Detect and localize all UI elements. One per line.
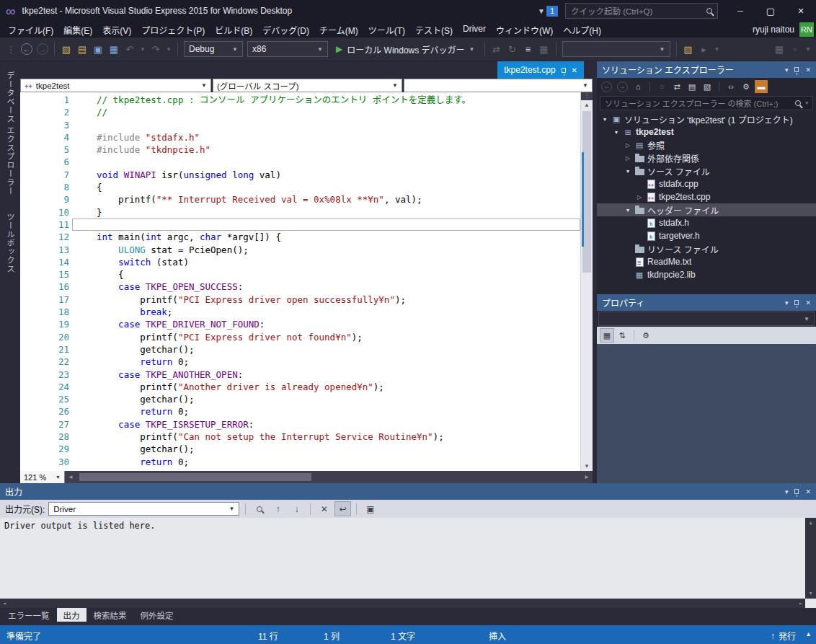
scroll-left-icon[interactable]: ◄ (3, 601, 6, 606)
user-avatar[interactable]: RN (799, 22, 814, 37)
code-line[interactable]: 28 printf("Can not setup the Interrupt S… (20, 431, 580, 443)
code-editor[interactable]: 1// tkpe2test.cpp : コンソール アプリケーションのエントリ … (20, 92, 593, 471)
home-icon[interactable]: ⌂ (631, 80, 644, 93)
solution-platforms-dropdown[interactable]: x86 ▼ (247, 41, 328, 57)
attach-icon[interactable]: ▦ (537, 42, 551, 56)
zoom-dropdown[interactable]: 121 % ▼ (20, 471, 65, 483)
sync-icon[interactable]: ⇄ (489, 42, 504, 56)
close-panel-icon[interactable]: ✕ (805, 66, 811, 74)
code-line[interactable]: 25 getchar(); (20, 393, 580, 405)
code-line[interactable]: 29 getchar(); (20, 443, 580, 455)
menu-item[interactable]: ファイル(F) (3, 22, 58, 38)
tree-item[interactable]: ▾▣ソリューション 'tkpe2test' (1 プロジェクト) (597, 113, 816, 125)
user-name[interactable]: ryuji naitou (753, 25, 794, 35)
notification-badge[interactable]: 1 (546, 6, 558, 17)
code-navigate-icon[interactable]: ≡ (521, 42, 536, 56)
scroll-right-icon[interactable]: ► (581, 474, 593, 480)
preview-icon[interactable]: ▫ (788, 42, 802, 56)
menu-item[interactable]: プロジェクト(P) (136, 22, 210, 38)
code-line[interactable]: 4#include "stdafx.h" (20, 131, 580, 144)
code-line[interactable]: 17 printf("PCI Express driver open succe… (20, 294, 580, 306)
properties-icon[interactable]: ⚙ (740, 80, 753, 93)
navigate-forward-icon[interactable]: → (617, 81, 628, 92)
output-horizontal-scrollbar[interactable]: ◄ ► (0, 599, 805, 608)
scroll-down-icon[interactable]: ▼ (581, 462, 593, 471)
splitter-gripper[interactable]: ⋮ (581, 92, 593, 100)
categorized-icon[interactable]: ▦ (600, 329, 613, 342)
navigate-backward-icon[interactable]: ← (601, 81, 612, 92)
code-line[interactable]: 30 return 0; (20, 456, 580, 468)
preview-selected-item-icon[interactable]: ▬ (755, 80, 768, 93)
properties-header[interactable]: プロパティ ▾ ✕ (597, 294, 816, 311)
go-to-previous-message-icon[interactable]: ↑ (270, 502, 285, 516)
chevron-collapsed-icon[interactable]: ▷ (623, 142, 633, 149)
chevron-collapsed-icon[interactable]: ▷ (634, 194, 644, 200)
code-line[interactable]: 27 case TKPE_ISRSETUP_ERROR: (20, 418, 580, 431)
tree-item[interactable]: htargetver.h (597, 229, 816, 242)
code-line[interactable]: 3 (20, 119, 580, 131)
code-line[interactable]: 2// (20, 106, 580, 118)
solution-explorer-header[interactable]: ソリューション エクスプローラー ▾ ✕ (597, 61, 816, 78)
chevron-expanded-icon[interactable]: ▾ (611, 129, 621, 136)
scroll-right-icon[interactable]: ► (799, 601, 802, 606)
menu-item[interactable]: ツール(T) (363, 22, 410, 38)
publish-button[interactable]: ↑ 発行 (771, 630, 796, 642)
panel-tab[interactable]: エラー一覧 (1, 608, 56, 622)
code-line[interactable]: 10} (20, 206, 580, 219)
property-pages-icon[interactable]: ⚙ (639, 329, 652, 342)
menu-item[interactable]: 表示(V) (97, 22, 136, 38)
find-combobox[interactable]: ▼ (562, 41, 670, 57)
pin-icon[interactable] (794, 489, 799, 494)
window-position-icon[interactable]: ▾ (785, 488, 789, 495)
pin-icon[interactable] (562, 68, 566, 73)
code-line[interactable]: 23 case TKPE_ANOTHER_OPEN: (20, 369, 580, 381)
chevron-collapsed-icon[interactable]: ▷ (623, 155, 633, 162)
start-debugging-button[interactable]: ▶ ローカル Windows デバッガー ▼ (331, 40, 480, 58)
menu-item[interactable]: デバッグ(D) (257, 22, 314, 38)
tree-item[interactable]: ≡ReadMe.txt (597, 255, 816, 268)
close-panel-icon[interactable]: ✕ (805, 488, 811, 495)
navigate-to-icon[interactable]: ▸ (697, 42, 711, 56)
navigate-backward-icon[interactable]: ← (21, 43, 32, 55)
add-item-icon[interactable]: ▤ (75, 42, 89, 56)
code-line[interactable]: 15 { (20, 268, 580, 281)
menu-item[interactable]: ウィンドウ(W) (491, 22, 558, 38)
code-line[interactable]: 26 return 0; (20, 405, 580, 418)
code-line[interactable]: 24 printf("Another driver is already ope… (20, 381, 580, 393)
redo-icon[interactable]: ↷ (148, 42, 163, 56)
tree-item[interactable]: ▾ヘッダー ファイル (597, 203, 816, 216)
menu-item[interactable]: Driver (458, 22, 491, 38)
menu-item[interactable]: ビルド(B) (210, 22, 257, 38)
status-chevron-icon[interactable]: ▴ (807, 630, 810, 638)
solution-explorer-search-input[interactable]: ソリューション エクスプローラー の検索 (Ctrl+;) ▾ (600, 96, 813, 110)
document-tab-tkpe2test[interactable]: tkpe2test.cpp ✕ (497, 61, 584, 79)
tree-item[interactable]: ▾ソース ファイル (597, 164, 816, 177)
code-line[interactable]: 9 printf("** Interrupt Received val = 0x… (20, 193, 580, 206)
code-line[interactable]: 11 (20, 219, 580, 231)
code-line[interactable]: 21 getchar(); (20, 343, 580, 356)
solution-configurations-dropdown[interactable]: Debug ▼ (184, 41, 243, 57)
redo-dropdown-icon[interactable]: ▾ (164, 42, 173, 56)
scroll-up-icon[interactable]: ▲ (809, 520, 812, 526)
maximize-button[interactable]: ▢ (755, 0, 786, 22)
panel-tab[interactable]: 出力 (57, 608, 87, 622)
editor-horizontal-scrollbar[interactable]: ◄ ► (65, 471, 593, 483)
type-scope-dropdown[interactable]: (グローバル スコープ) ▼ (213, 79, 402, 92)
output-content[interactable]: Driver output is listed here. ▲ ▼ ◄ ► (0, 518, 816, 608)
close-panel-icon[interactable]: ✕ (805, 299, 811, 306)
tree-item[interactable]: ▷▤参照 (597, 138, 816, 151)
toolbar-options-icon[interactable]: ▾ (804, 42, 812, 56)
code-line[interactable]: 14 switch (stat) (20, 256, 580, 268)
code-line[interactable]: 18 break; (20, 306, 580, 318)
side-tab-toolbox[interactable]: ツールボックス (4, 206, 16, 281)
undo-dropdown-icon[interactable]: ▾ (138, 42, 147, 56)
close-button[interactable]: ✕ (786, 0, 816, 22)
side-tab-database-explorer[interactable]: データベース エクスプローラー (4, 64, 16, 203)
scroll-down-icon[interactable]: ▼ (809, 591, 812, 596)
scroll-left-icon[interactable]: ◄ (65, 474, 76, 480)
save-icon[interactable]: ▣ (91, 42, 105, 56)
chevron-expanded-icon[interactable]: ▾ (600, 116, 610, 123)
output-vertical-scrollbar[interactable]: ▲ ▼ (805, 518, 816, 599)
code-line[interactable]: 22 return 0; (20, 356, 580, 368)
menu-item[interactable]: ヘルプ(H) (558, 22, 606, 38)
